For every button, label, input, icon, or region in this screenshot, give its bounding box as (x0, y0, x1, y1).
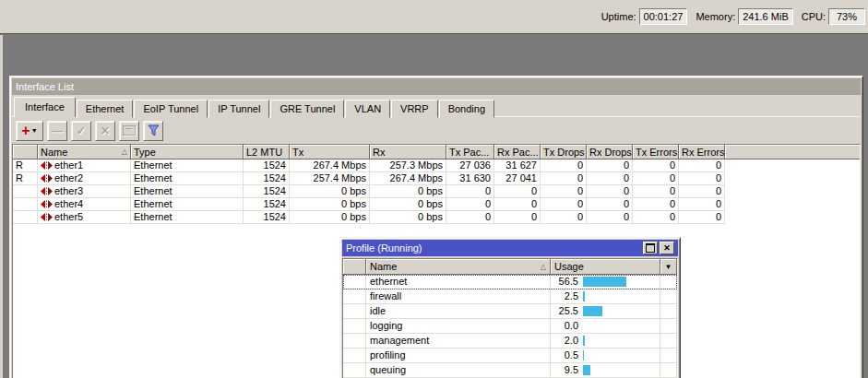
usage-value: 2.5 (554, 289, 578, 303)
profile-row[interactable]: firewall 2.5 (343, 289, 677, 304)
profile-filler-cell (660, 304, 677, 319)
filler-cell (725, 185, 860, 198)
name-cell: ether5 (38, 211, 131, 224)
profile-flag-cell (343, 363, 366, 378)
enable-button[interactable]: ✓ (71, 121, 91, 141)
usage-bar (583, 365, 590, 375)
column-header-name[interactable]: Name △ (38, 145, 131, 159)
interface-table-row[interactable]: ether3 Ethernet 1524 0 bps 0 bps 0 0 0 0… (13, 185, 860, 198)
column-header-l2mtu[interactable]: L2 MTU (244, 145, 290, 159)
profile-flag-cell (343, 289, 366, 304)
profile-row[interactable]: logging 0.0 (343, 319, 677, 334)
rx-drops-cell: 0 (587, 211, 633, 224)
usage-bar (583, 277, 626, 287)
column-header-rx[interactable]: Rx (370, 145, 446, 159)
profile-name-cell: idle (366, 304, 551, 319)
column-header-filler (725, 145, 860, 159)
rx-drops-cell: 0 (587, 185, 633, 198)
column-header-rx-errors[interactable]: Rx Errors (679, 145, 725, 159)
tab-ip-tunnel[interactable]: IP Tunnel (208, 100, 269, 118)
column-header-tx-drops[interactable]: Tx Drops (541, 145, 587, 159)
tab-vlan[interactable]: VLAN (345, 100, 390, 118)
rx-packet-cell: 0 (494, 211, 541, 224)
name-cell: ether3 (38, 185, 131, 198)
tx-packet-cell: 0 (446, 198, 494, 211)
memory-value: 241.6 MiB (738, 8, 793, 25)
uptime-value: 00:01:27 (639, 8, 688, 25)
profile-table-header: Name △ Usage ▼ (343, 259, 677, 275)
profile-row[interactable]: management 2.0 (343, 334, 677, 348)
column-header-flags[interactable] (13, 145, 38, 159)
ethernet-interface-icon (41, 187, 53, 195)
ethernet-interface-icon (41, 200, 53, 208)
rx-errors-cell: 0 (679, 185, 725, 198)
interface-table-row[interactable]: ether4 Ethernet 1524 0 bps 0 bps 0 0 0 0… (13, 198, 860, 211)
l2mtu-cell: 1524 (244, 211, 290, 224)
add-button[interactable]: + ▼ (16, 121, 43, 141)
usage-bar (583, 306, 602, 316)
tab-ethernet[interactable]: Ethernet (77, 100, 134, 118)
interface-table-row[interactable]: ether5 Ethernet 1524 0 bps 0 bps 0 0 0 0… (13, 211, 860, 224)
rx-packet-cell: 31 627 (494, 159, 541, 172)
column-header-rx-packet[interactable]: Rx Pac... (494, 145, 541, 159)
name-cell: ether1 (38, 159, 131, 172)
interface-table-row[interactable]: R ether2 Ethernet 1524 257.4 Mbps 267.4 … (13, 172, 860, 185)
rx-packet-cell: 27 041 (494, 172, 541, 185)
usage-value: 25.5 (554, 304, 578, 318)
window-title: Interface List (16, 78, 857, 95)
tab-eoip-tunnel[interactable]: EoIP Tunnel (134, 100, 208, 118)
profile-usage-cell: 2.0 (551, 334, 660, 348)
interface-name: ether2 (54, 172, 83, 184)
rx-drops-cell: 0 (587, 172, 633, 185)
tab-interface[interactable]: Interface (14, 97, 76, 117)
profile-titlebar[interactable]: Profile (Running) ✕ (342, 240, 678, 256)
profile-row[interactable]: profiling 0.5 (343, 348, 677, 363)
column-header-type[interactable]: Type (131, 145, 244, 159)
l2mtu-cell: 1524 (244, 198, 290, 211)
tab-gre-tunnel[interactable]: GRE Tunnel (270, 100, 344, 118)
funnel-icon (148, 124, 160, 136)
remove-button[interactable]: — (47, 121, 67, 141)
column-header-tx-packet[interactable]: Tx Pac... (446, 145, 494, 159)
filter-button[interactable] (143, 121, 163, 141)
tab-vrrp[interactable]: VRRP (391, 100, 438, 118)
profile-column-header-flags[interactable] (343, 259, 366, 275)
profile-usage-cell: 2.5 (551, 289, 660, 304)
profile-flag-cell (343, 334, 366, 348)
toolbar: + ▼ — ✓ ✕ (12, 117, 861, 144)
disable-button[interactable]: ✕ (95, 121, 115, 141)
status-topbar: Uptime: 00:01:27 Memory: 241.6 MiB CPU: … (0, 0, 868, 34)
profile-row[interactable]: idle 25.5 (343, 304, 677, 319)
maximize-button[interactable] (643, 242, 658, 254)
rx-cell: 267.4 Mbps (370, 172, 446, 185)
profile-column-header-usage[interactable]: Usage (551, 259, 660, 275)
usage-bar (583, 350, 584, 360)
usage-bar (583, 336, 585, 346)
profile-row[interactable]: ethernet 56.5 (343, 275, 677, 289)
ethernet-interface-icon (41, 213, 53, 221)
tab-bonding[interactable]: Bonding (439, 100, 494, 118)
profile-column-header-name[interactable]: Name △ (366, 259, 551, 275)
tx-cell: 0 bps (290, 198, 370, 211)
interface-list-titlebar[interactable]: Interface List (12, 78, 861, 95)
column-menu-button[interactable]: ▼ (660, 259, 677, 275)
rx-cell: 0 bps (370, 185, 446, 198)
name-cell: ether4 (38, 198, 131, 211)
interface-table-body: R ether1 Ethernet 1524 267.4 Mbps 257.3 … (13, 159, 860, 224)
column-header-rx-drops[interactable]: Rx Drops (587, 145, 633, 159)
profile-flag-cell (343, 275, 366, 289)
profile-flag-cell (343, 319, 366, 334)
profile-flag-cell (343, 348, 366, 363)
rx-drops-cell: 0 (587, 198, 633, 211)
tx-drops-cell: 0 (541, 172, 587, 185)
cross-icon: ✕ (101, 124, 110, 137)
column-header-tx[interactable]: Tx (290, 145, 370, 159)
interface-table-row[interactable]: R ether1 Ethernet 1524 267.4 Mbps 257.3 … (13, 159, 860, 172)
tab-strip: Interface Ethernet EoIP Tunnel IP Tunnel… (12, 96, 861, 117)
profile-row[interactable]: queuing 9.5 (343, 363, 677, 378)
column-header-tx-errors[interactable]: Tx Errors (633, 145, 679, 159)
usage-value: 9.5 (554, 363, 578, 377)
close-button[interactable]: ✕ (660, 242, 674, 254)
comment-button[interactable] (119, 121, 139, 141)
usage-bar (583, 291, 585, 301)
